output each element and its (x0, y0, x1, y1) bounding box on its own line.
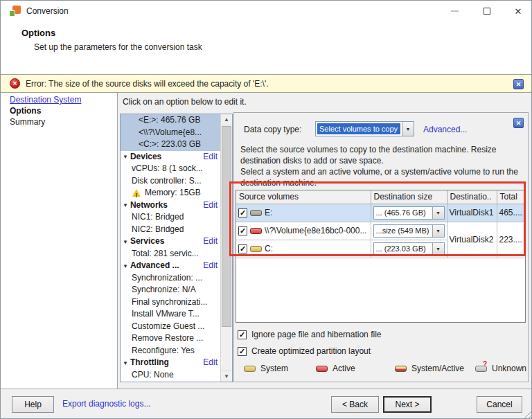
size-dropdown[interactable]: ... (465.76 GB) (373, 206, 445, 220)
dropdown-arrow-icon[interactable] (432, 225, 444, 237)
panel-close-icon[interactable] (513, 118, 524, 128)
size-dropdown[interactable]: ... (223.03 GB) (373, 242, 445, 256)
next-button[interactable]: Next > (383, 396, 432, 413)
title-bar: Conversion (1, 1, 531, 21)
legend-system-active: System/Active (395, 364, 464, 373)
data-copy-panel: Data copy type: Select volumes to copy A… (233, 112, 529, 382)
data-copy-type-select[interactable]: Select volumes to copy (315, 121, 414, 136)
description-system-active: Select a system and an active volume, or… (240, 166, 521, 188)
list-item-synchronization[interactable]: Synchronization: ... (121, 272, 220, 285)
scroll-up-icon[interactable] (221, 114, 232, 125)
page-subtitle: Set up the parameters for the conversion… (34, 42, 202, 52)
data-copy-type-value: Select volumes to copy (317, 123, 400, 134)
list-item-synchronize[interactable]: Synchronize: N/A (121, 284, 220, 296)
export-diagnostic-logs-link[interactable]: Export diagnostic logs... (62, 399, 150, 409)
legend-active: Active (316, 364, 355, 373)
edit-throttling-link[interactable]: Edit (203, 357, 218, 369)
maximize-button[interactable] (479, 5, 495, 17)
chevron-down-icon[interactable] (123, 357, 128, 369)
resize-grip[interactable] (522, 409, 531, 418)
volume-checkbox[interactable] (238, 244, 247, 253)
col-source-volumes[interactable]: Source volumes (236, 190, 371, 204)
chevron-down-icon[interactable] (123, 260, 128, 272)
col-destination-disk[interactable]: Destinatio.. (447, 190, 497, 204)
disk-unknown-icon (475, 366, 487, 372)
list-item-install-tools[interactable]: Install VMware T... (121, 308, 220, 321)
destination-disk-cell: VirtualDisk1 (447, 204, 497, 222)
list-item-reconfigure[interactable]: Reconfigure: Yes (121, 345, 220, 357)
dropdown-arrow-icon[interactable] (432, 243, 444, 255)
close-button[interactable] (511, 5, 526, 17)
optimized-layout-option[interactable]: Create optimized partition layout (238, 346, 371, 356)
edit-devices-link[interactable]: Edit (203, 151, 218, 163)
error-text: Error: The size of the source disks will… (26, 79, 269, 89)
help-button[interactable]: Help (12, 396, 54, 413)
list-item-final-sync[interactable]: Final synchronizati... (121, 296, 220, 309)
edit-services-link[interactable]: Edit (203, 235, 218, 248)
nav-destination-system[interactable]: Destination System (10, 94, 117, 105)
table-row[interactable]: E: ... (465.76 GB) VirtualDisk1 465.... (236, 204, 525, 222)
options-list-box: <E:>: 465.76 GB <\\?\Volume{e8... <C:>: … (120, 114, 233, 382)
volume-checkbox[interactable] (238, 226, 247, 235)
chevron-down-icon[interactable] (123, 199, 128, 212)
page-title: Options (21, 28, 55, 38)
advanced-link[interactable]: Advanced... (423, 125, 467, 134)
cancel-button[interactable]: Cancel (477, 396, 522, 413)
error-banner: Error: The size of the source disks will… (1, 74, 532, 93)
minimize-icon (451, 10, 459, 12)
list-item-vcpus[interactable]: vCPUs: 8 (1 sock... (121, 163, 220, 175)
dropdown-arrow-icon[interactable] (432, 207, 444, 219)
list-item-remove-restore[interactable]: Remove Restore ... (121, 332, 220, 345)
list-group-throttling[interactable]: ThrottlingEdit (121, 357, 220, 369)
list-item-volume-guid[interactable]: <\\?\Volume{e8... (121, 127, 220, 139)
list-item-volume-e[interactable]: <E:>: 465.76 GB (121, 114, 220, 127)
list-group-advanced[interactable]: Advanced ...Edit (121, 260, 220, 272)
edit-networks-link[interactable]: Edit (203, 199, 218, 212)
list-item-customize-guest[interactable]: Customize Guest ... (121, 321, 220, 333)
back-button[interactable]: < Back (331, 396, 379, 413)
col-total[interactable]: Total (497, 190, 525, 204)
list-item-cpu[interactable]: CPU: None (121, 369, 220, 382)
nav-options[interactable]: Options (10, 105, 117, 116)
col-destination-size[interactable]: Destination size (371, 190, 447, 204)
list-item-volume-c[interactable]: <C:>: 223.03 GB (121, 139, 220, 151)
total-cell: 223.... (497, 222, 525, 258)
list-item-nic1[interactable]: NIC1: Bridged (121, 211, 220, 224)
options-list-scrollbar[interactable] (220, 114, 232, 382)
list-item-nic2[interactable]: NIC2: Bridged (121, 224, 220, 236)
ignore-pagefile-option[interactable]: Ignore page file and hibernation file (238, 330, 381, 339)
legend-unknown: Unknown (475, 364, 526, 373)
size-dropdown[interactable]: ...size (549 MB) (373, 224, 445, 238)
list-item-memory[interactable]: Memory: 15GB (121, 187, 220, 199)
chevron-down-icon[interactable] (123, 235, 128, 248)
scrollbar-thumb[interactable] (222, 126, 231, 327)
table-row[interactable]: \\?\Volume{e8e16bc0-000... ...size (549 … (236, 222, 525, 240)
edit-advanced-link[interactable]: Edit (203, 260, 218, 272)
list-item-services-total[interactable]: Total: 281 servic... (121, 248, 220, 260)
dropdown-arrow-icon[interactable] (402, 122, 414, 136)
disk-yellow-icon (250, 246, 262, 252)
minimize-button[interactable] (447, 5, 462, 17)
scroll-down-icon[interactable] (221, 371, 232, 382)
error-icon (10, 78, 20, 89)
nav-summary[interactable]: Summary (10, 116, 117, 127)
volume-checkbox[interactable] (238, 208, 247, 217)
instruction-text: Click on an option below to edit it. (123, 97, 247, 107)
list-group-networks[interactable]: NetworksEdit (121, 199, 220, 212)
warning-icon (132, 189, 141, 197)
description-resize: Select the source volumes to copy to the… (240, 144, 521, 166)
window-title: Conversion (26, 6, 69, 16)
list-group-services[interactable]: ServicesEdit (121, 235, 220, 248)
disk-gray-icon (250, 210, 262, 216)
close-icon (515, 6, 522, 17)
chevron-down-icon[interactable] (123, 151, 128, 163)
list-item-disk-controller[interactable]: Disk controller: S... (121, 175, 220, 188)
disk-system-active-icon (395, 366, 407, 372)
optimized-layout-checkbox[interactable] (238, 347, 247, 356)
list-group-devices[interactable]: DevicesEdit (121, 151, 220, 163)
converter-app-icon (9, 6, 21, 17)
ignore-pagefile-checkbox[interactable] (238, 330, 247, 339)
disk-active-icon (316, 366, 328, 372)
disk-red-icon (250, 228, 262, 234)
error-banner-close-icon[interactable] (513, 79, 524, 89)
